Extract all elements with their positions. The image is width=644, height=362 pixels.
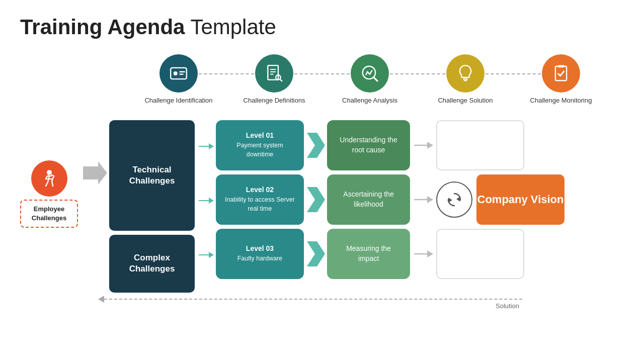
analysis-03-text: Measuring the impact (335, 244, 402, 263)
arrow-right-icon-1 (199, 142, 214, 150)
step2-label: Challenge Definitions (244, 97, 305, 105)
analysis-01-text: Understanding the root cause (335, 135, 402, 155)
technical-challenges-label: TechnicalChallenges (129, 164, 175, 187)
analysis-02-box: Ascertaining the likelihood (327, 174, 410, 225)
arrow-a1-to-s (414, 120, 433, 170)
step-challenge-solution: Challenge Solution (418, 54, 513, 105)
svg-marker-26 (307, 187, 325, 212)
svg-marker-35 (448, 198, 452, 203)
sync-icon-circle (436, 182, 472, 218)
solution-label: Solution (496, 302, 519, 310)
sync-icon (445, 191, 463, 209)
svg-marker-22 (209, 198, 214, 204)
svg-marker-18 (83, 161, 107, 185)
challenge-to-level-arrows (199, 121, 214, 280)
vision-top-empty-box (436, 120, 524, 170)
challenges-column: TechnicalChallenges ComplexChallenges (109, 120, 195, 293)
employee-to-challenges-arrow (83, 160, 107, 186)
step5-icon-circle (542, 54, 580, 93)
chart-search-icon (360, 64, 379, 83)
solution-vision-column: Company Vision (436, 120, 565, 279)
page-title: Training Agenda Template (20, 15, 624, 39)
step3-icon-circle (351, 54, 389, 93)
svg-line-9 (280, 79, 282, 81)
analysis-to-solution-arrows (414, 120, 433, 279)
technical-challenges-box: TechnicalChallenges (109, 120, 195, 231)
arrow-to-level3 (199, 230, 214, 280)
step1-label: Challenge Identification (144, 97, 212, 105)
step1-icon-circle (159, 54, 198, 93)
svg-point-16 (47, 170, 52, 175)
clipboard-check-icon (551, 64, 571, 83)
arrow-to-level1 (199, 121, 214, 171)
svg-rect-15 (558, 65, 565, 67)
arrow-l1-to-a1 (307, 120, 325, 170)
main-content: Employee Challenges TechnicalChallenges … (20, 120, 624, 293)
svg-rect-4 (268, 65, 278, 80)
grey-arrow-icon-3 (414, 249, 433, 258)
solution-middle-row: Company Vision (436, 174, 565, 225)
company-vision-box: Company Vision (476, 174, 565, 225)
chevron-arrow-icon-3 (307, 241, 325, 266)
svg-marker-34 (456, 197, 460, 202)
complex-challenges-label: ComplexChallenges (129, 252, 175, 275)
svg-point-1 (174, 71, 178, 75)
grey-arrow-icon-2 (414, 195, 433, 204)
employee-label: Employee Challenges (20, 200, 78, 228)
svg-marker-27 (307, 241, 325, 266)
company-vision-label: Company Vision (477, 193, 564, 207)
top-steps-row: Challenge Identification Challenge Defin… (131, 54, 624, 105)
arrow-a2-to-s (414, 174, 433, 225)
svg-marker-20 (209, 143, 214, 149)
svg-rect-14 (555, 66, 567, 81)
analysis-01-box: Understanding the root cause (327, 120, 410, 170)
employee-icon-circle (31, 160, 67, 197)
chevron-arrow-icon-1 (307, 133, 325, 158)
step5-label: Challenge Monitoring (530, 97, 592, 105)
level-03-desc: Faulty hardware (237, 254, 283, 263)
level-01-num: Level 01 (246, 131, 274, 139)
svg-line-11 (374, 77, 378, 81)
feedback-dashed-line (104, 299, 522, 300)
step-challenge-identification: Challenge Identification (131, 54, 226, 105)
level-03-box: Level 03 Faulty hardware (216, 229, 304, 279)
level-02-desc: Inability to access Server real time (224, 196, 296, 213)
arrow-a3-to-s (414, 229, 433, 279)
svg-marker-24 (209, 252, 214, 258)
arrow-right-icon-3 (199, 251, 214, 259)
analysis-03-box: Measuring the impact (327, 229, 410, 279)
arrow-l3-to-a3 (307, 229, 325, 279)
step3-label: Challenge Analysis (342, 97, 397, 105)
analysis-02-text: Ascertaining the likelihood (335, 190, 402, 209)
feedback-arrow-row (98, 296, 522, 303)
arrow-to-level2 (199, 175, 214, 226)
arrow-right-icon-2 (199, 197, 214, 205)
svg-marker-29 (427, 142, 433, 149)
big-arrow-icon (83, 160, 107, 186)
level-03-num: Level 03 (246, 244, 274, 252)
level-02-box: Level 02 Inability to access Server real… (216, 174, 304, 225)
level-to-analysis-arrows (307, 120, 325, 279)
step-challenge-monitoring: Challenge Monitoring (513, 54, 609, 105)
svg-marker-25 (307, 133, 325, 158)
book-search-icon (265, 64, 284, 83)
complex-challenges-box: ComplexChallenges (109, 235, 195, 293)
feedback-arrow-head (98, 296, 104, 303)
running-person-icon (39, 168, 60, 189)
arrow-l2-to-a2 (307, 174, 325, 225)
level-01-box: Level 01 Payment system downtime (216, 120, 304, 170)
levels-column: Level 01 Payment system downtime Level 0… (216, 120, 304, 279)
id-card-icon (169, 64, 188, 83)
svg-marker-31 (427, 196, 433, 203)
step-challenge-analysis: Challenge Analysis (322, 54, 418, 105)
lightbulb-icon (456, 64, 475, 83)
page: Training Agenda Template Challenge Ident… (0, 0, 644, 362)
vision-bottom-empty-box (436, 229, 524, 279)
level-01-desc: Payment system downtime (224, 141, 296, 159)
grey-arrow-icon-1 (414, 141, 433, 150)
svg-rect-0 (171, 68, 187, 79)
chevron-arrow-icon-2 (307, 187, 325, 212)
svg-marker-33 (427, 250, 433, 257)
step-challenge-definitions: Challenge Definitions (226, 54, 322, 105)
step4-icon-circle (446, 54, 485, 93)
